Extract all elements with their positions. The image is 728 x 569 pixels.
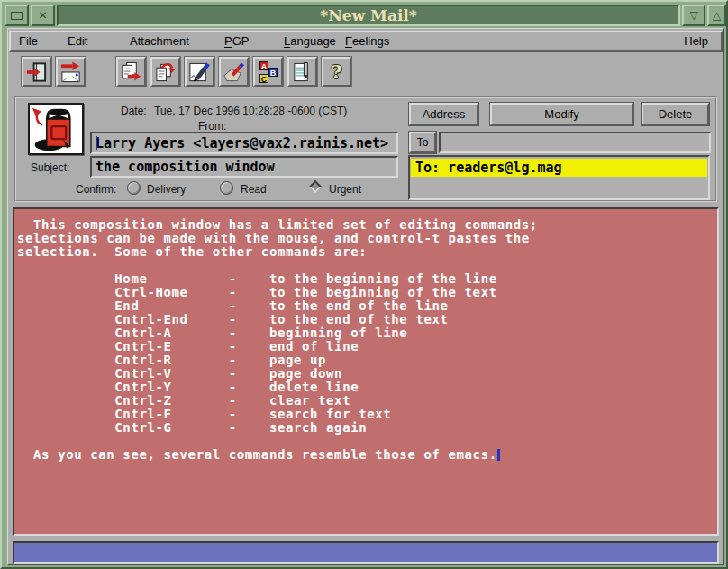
alphabet-letter-c: C <box>259 74 268 83</box>
help-button[interactable]: ? <box>322 57 351 87</box>
status-bar <box>13 541 719 564</box>
menu-pgp-rest: GP <box>232 34 250 48</box>
message-body-editor[interactable]: This composition window has a limited se… <box>13 207 719 536</box>
sign-button[interactable] <box>185 57 214 87</box>
menu-edit[interactable]: Edit <box>68 32 87 50</box>
confirm-label: Confirm: <box>76 183 116 196</box>
attach-file-button[interactable] <box>150 57 180 87</box>
alphabet-letter-b: B <box>268 68 278 77</box>
spell-check-button[interactable] <box>219 57 249 87</box>
message-header-panel: Date: Tue, 17 Dec 1996 10:28:28 -0600 (C… <box>14 96 717 202</box>
new-mail-window: ✕ *New Mail* ▽ △ File Edit Attachment PG… <box>0 0 728 569</box>
to-button[interactable]: To <box>409 132 436 153</box>
text-cursor <box>96 136 97 150</box>
message-body-text: This composition window has a limited se… <box>14 209 717 462</box>
menu-language-rest: anguage <box>290 34 336 48</box>
menu-feelings-hotkey: F <box>345 34 352 48</box>
iconify-button[interactable] <box>5 5 29 26</box>
subject-label: Subject: <box>31 161 69 174</box>
urgent-label: Urgent <box>329 183 361 196</box>
close-button[interactable]: ✕ <box>31 5 55 26</box>
chevron-up-icon: △ <box>713 9 721 22</box>
read-radio[interactable] <box>220 181 233 195</box>
sign-icon <box>188 60 211 84</box>
date-value: Tue, 17 Dec 1996 10:28:28 -0600 (CST) <box>154 105 347 117</box>
subject-field[interactable]: the composition window <box>90 156 398 178</box>
text-cursor <box>497 449 500 461</box>
recipient-row-selected[interactable]: To: readers@lg.mag <box>411 159 707 177</box>
menu-language[interactable]: Language <box>284 32 336 50</box>
exit-icon <box>25 60 48 84</box>
close-icon: ✕ <box>38 9 47 22</box>
date-label: Date: <box>121 105 147 117</box>
shade-up-button[interactable]: △ <box>707 5 726 26</box>
read-label: Read <box>241 183 267 196</box>
menu-attachment[interactable]: Attachment <box>130 32 189 50</box>
from-field[interactable]: Larry Ayers <layers@vax2.rainis.net> <box>90 132 398 154</box>
address-button[interactable]: Address <box>409 103 478 125</box>
attachment-list-icon <box>291 60 314 84</box>
recipient-list[interactable]: To: readers@lg.mag <box>408 155 710 200</box>
alphabet-icon: A B C <box>257 60 279 84</box>
mailbox-icon <box>30 105 82 153</box>
to-input[interactable] <box>439 132 711 153</box>
exit-button[interactable] <box>22 57 51 87</box>
insert-file-icon <box>120 60 142 84</box>
iconify-icon <box>11 12 23 20</box>
menu-help[interactable]: Help <box>684 32 708 50</box>
window-title: *New Mail* <box>57 5 680 26</box>
from-value: Larry Ayers <layers@vax2.rainis.net> <box>96 134 388 152</box>
attachment-list-button[interactable] <box>287 57 317 87</box>
help-icon: ? <box>331 61 341 83</box>
menubar: File Edit Attachment PGP Language Feelin… <box>9 31 723 52</box>
menu-pgp-hotkey: P <box>224 34 232 48</box>
spell-check-icon <box>223 60 245 84</box>
send-button[interactable] <box>56 57 86 87</box>
menu-pgp[interactable]: PGP <box>224 32 249 50</box>
chevron-down-icon: ▽ <box>689 9 697 22</box>
menu-file[interactable]: File <box>19 32 38 50</box>
modify-button[interactable]: Modify <box>490 103 633 125</box>
alphabet-button[interactable]: A B C <box>253 57 283 87</box>
body-text: This composition window has a limited se… <box>17 217 538 462</box>
attach-file-icon <box>154 60 177 84</box>
menu-feelings-rest: eelings <box>352 34 389 48</box>
urgent-toggle[interactable] <box>309 180 322 193</box>
delivery-label: Delivery <box>147 183 186 196</box>
insert-file-button[interactable] <box>116 57 146 87</box>
delete-button[interactable]: Delete <box>642 103 709 125</box>
mailbox-logo <box>28 103 84 155</box>
from-label: From: <box>198 120 226 133</box>
shade-down-button[interactable]: ▽ <box>682 5 705 26</box>
delivery-radio[interactable] <box>127 181 141 195</box>
alphabet-letter-a: A <box>259 61 268 70</box>
menu-feelings[interactable]: Feelings <box>345 32 389 50</box>
send-icon <box>59 60 82 84</box>
subject-value: the composition window <box>96 158 275 176</box>
